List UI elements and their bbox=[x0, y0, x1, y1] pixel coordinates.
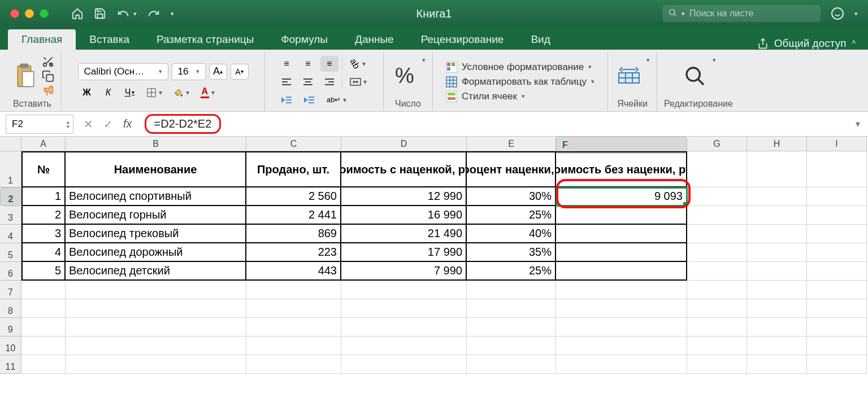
cell[interactable] bbox=[687, 151, 747, 187]
cell[interactable] bbox=[807, 243, 867, 262]
cell[interactable] bbox=[341, 318, 467, 337]
col-header-G[interactable]: G bbox=[687, 137, 747, 151]
align-right-icon[interactable] bbox=[320, 74, 338, 90]
row-header[interactable]: 2 bbox=[0, 187, 21, 206]
row-header[interactable]: 6 bbox=[0, 262, 21, 281]
cell[interactable] bbox=[687, 318, 747, 337]
row-header[interactable]: 4 bbox=[0, 225, 21, 243]
cell[interactable]: 25% bbox=[467, 262, 556, 281]
undo-icon[interactable] bbox=[116, 7, 130, 20]
cell[interactable] bbox=[687, 355, 747, 374]
copy-icon[interactable] bbox=[42, 70, 54, 82]
find-icon[interactable] bbox=[681, 59, 709, 93]
cell[interactable]: Велосипед дорожный bbox=[66, 243, 246, 262]
cell[interactable]: 443 bbox=[246, 262, 341, 281]
editing-dropdown-icon[interactable]: ▾ bbox=[713, 56, 716, 64]
cell[interactable]: 2 441 bbox=[246, 206, 341, 225]
underline-button[interactable]: Ч▾ bbox=[121, 85, 139, 100]
tab-insert[interactable]: Вставка bbox=[76, 29, 143, 50]
cell[interactable] bbox=[747, 243, 807, 262]
cut-icon[interactable] bbox=[42, 55, 54, 68]
cell[interactable] bbox=[747, 281, 807, 299]
paste-icon[interactable] bbox=[10, 59, 38, 93]
cancel-formula-icon[interactable]: ✕ bbox=[84, 117, 93, 131]
row-header[interactable]: 7 bbox=[0, 281, 21, 299]
cell[interactable] bbox=[687, 337, 747, 355]
cell[interactable] bbox=[246, 355, 341, 374]
cell[interactable] bbox=[341, 355, 467, 374]
cell[interactable]: 2 bbox=[21, 206, 66, 225]
cell[interactable] bbox=[556, 206, 687, 225]
cell[interactable]: 21 490 bbox=[341, 225, 467, 243]
wrap-text-icon[interactable]: ab↵ bbox=[323, 92, 350, 108]
cell[interactable] bbox=[341, 281, 467, 299]
cell[interactable]: 869 bbox=[246, 225, 341, 243]
cell[interactable] bbox=[467, 318, 556, 337]
cell[interactable] bbox=[556, 299, 687, 318]
close-icon[interactable] bbox=[10, 9, 19, 18]
tab-home[interactable]: Главная bbox=[8, 29, 76, 50]
cell[interactable] bbox=[687, 262, 747, 281]
align-left-icon[interactable] bbox=[277, 74, 296, 90]
fill-color-button[interactable] bbox=[170, 85, 193, 100]
search-box[interactable]: ▾ bbox=[662, 5, 821, 22]
cell[interactable] bbox=[556, 281, 687, 299]
cell[interactable] bbox=[246, 281, 341, 299]
cell[interactable]: 7 990 bbox=[341, 262, 467, 281]
cell[interactable] bbox=[66, 299, 246, 318]
collapse-ribbon-icon[interactable]: ^ bbox=[852, 39, 856, 48]
cell[interactable] bbox=[246, 299, 341, 318]
cell[interactable] bbox=[21, 281, 66, 299]
number-dropdown-icon[interactable]: ▾ bbox=[422, 56, 426, 64]
align-bottom-icon[interactable]: ≡ bbox=[320, 56, 338, 72]
cell[interactable]: 25% bbox=[467, 206, 556, 225]
redo-icon[interactable] bbox=[147, 7, 160, 20]
cell[interactable]: 40% bbox=[467, 225, 556, 243]
share-button[interactable]: Общий доступ ^ bbox=[757, 37, 856, 50]
align-top-icon[interactable]: ≡ bbox=[277, 56, 296, 72]
tab-page-layout[interactable]: Разметка страницы bbox=[143, 29, 267, 50]
font-size-select[interactable]: 16▾ bbox=[172, 63, 206, 80]
cell[interactable] bbox=[807, 281, 867, 299]
format-as-table-button[interactable]: Форматировать как таблицу ▾ bbox=[446, 76, 594, 88]
row-header[interactable]: 8 bbox=[0, 299, 21, 318]
column-headers[interactable]: A B C D E F G H I bbox=[21, 137, 867, 151]
cell[interactable] bbox=[687, 299, 747, 318]
row-header[interactable]: 10 bbox=[0, 337, 21, 355]
zoom-icon[interactable] bbox=[40, 9, 49, 18]
cell-styles-button[interactable]: Стили ячеек ▾ bbox=[446, 91, 594, 102]
qat-customize-icon[interactable]: ▾ bbox=[171, 10, 174, 18]
cell[interactable] bbox=[556, 225, 687, 243]
decrease-indent-icon[interactable] bbox=[277, 92, 297, 108]
table-header[interactable]: Стоимость с наценкой, руб. bbox=[341, 151, 467, 187]
cell[interactable] bbox=[687, 206, 747, 225]
row-header[interactable]: 5 bbox=[0, 243, 21, 262]
cell[interactable] bbox=[556, 262, 687, 281]
cell[interactable] bbox=[66, 337, 246, 355]
undo-dropdown-icon[interactable]: ▾ bbox=[133, 10, 137, 18]
cell[interactable] bbox=[246, 337, 341, 355]
cell[interactable] bbox=[807, 299, 867, 318]
active-cell[interactable]: 9 093 bbox=[556, 187, 687, 206]
tab-data[interactable]: Данные bbox=[341, 29, 407, 50]
tab-formulas[interactable]: Формулы bbox=[267, 29, 341, 50]
user-smiley-icon[interactable] bbox=[831, 7, 844, 20]
user-dropdown-icon[interactable]: ▾ bbox=[854, 10, 858, 18]
cell[interactable]: 1 bbox=[21, 187, 66, 206]
cell[interactable] bbox=[747, 355, 807, 374]
cell[interactable]: 16 990 bbox=[341, 206, 467, 225]
expand-formula-bar-icon[interactable]: ▾ bbox=[856, 119, 860, 129]
cell[interactable]: Велосипед детский bbox=[66, 262, 246, 281]
cell[interactable] bbox=[21, 299, 66, 318]
cell[interactable] bbox=[21, 337, 66, 355]
col-header-H[interactable]: H bbox=[747, 137, 807, 151]
cell[interactable] bbox=[807, 225, 867, 243]
col-header-B[interactable]: B bbox=[66, 137, 246, 151]
cell[interactable] bbox=[556, 355, 687, 374]
table-header[interactable]: Процент наценки, % bbox=[467, 151, 556, 187]
cell[interactable] bbox=[341, 299, 467, 318]
cell[interactable]: Велосипед горный bbox=[66, 206, 246, 225]
tab-review[interactable]: Рецензирование bbox=[407, 29, 518, 50]
col-header-D[interactable]: D bbox=[341, 137, 467, 151]
bold-button[interactable]: Ж bbox=[78, 85, 96, 100]
